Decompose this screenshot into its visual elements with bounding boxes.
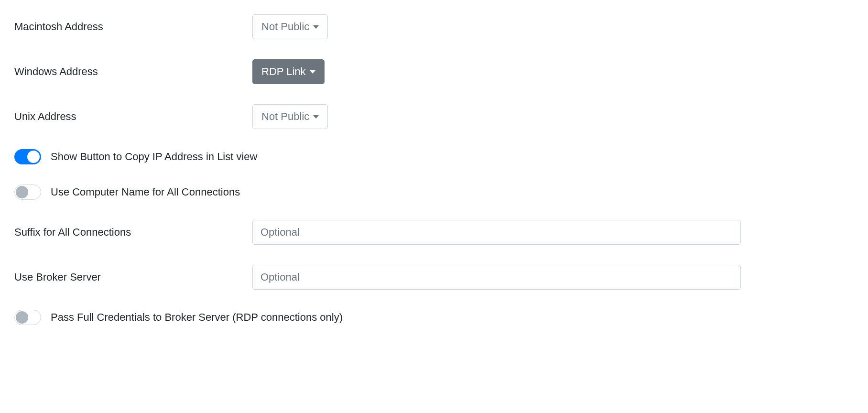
caret-down-icon	[313, 115, 319, 119]
use-computer-name-toggle[interactable]	[14, 185, 41, 200]
unix-address-value: Not Public	[261, 110, 309, 123]
suffix-row: Suffix for All Connections	[14, 220, 741, 245]
pass-full-credentials-row: Pass Full Credentials to Broker Server (…	[14, 310, 741, 325]
windows-address-value: RDP Link	[261, 65, 306, 78]
use-computer-name-label: Use Computer Name for All Connections	[51, 186, 240, 198]
pass-full-credentials-label: Pass Full Credentials to Broker Server (…	[51, 311, 343, 324]
suffix-label: Suffix for All Connections	[14, 226, 252, 239]
toggle-knob	[16, 311, 28, 324]
windows-address-row: Windows Address RDP Link	[14, 59, 741, 84]
show-copy-ip-row: Show Button to Copy IP Address in List v…	[14, 149, 741, 164]
macintosh-address-value: Not Public	[261, 21, 309, 33]
macintosh-address-label: Macintosh Address	[14, 21, 252, 33]
show-copy-ip-toggle[interactable]	[14, 149, 41, 164]
broker-input[interactable]	[252, 265, 741, 290]
suffix-input[interactable]	[252, 220, 741, 245]
unix-address-row: Unix Address Not Public	[14, 104, 741, 129]
windows-address-label: Windows Address	[14, 65, 252, 78]
show-copy-ip-label: Show Button to Copy IP Address in List v…	[51, 151, 258, 163]
unix-address-label: Unix Address	[14, 110, 252, 123]
windows-address-dropdown[interactable]: RDP Link	[252, 59, 325, 84]
unix-address-dropdown[interactable]: Not Public	[252, 104, 328, 129]
caret-down-icon	[313, 25, 319, 29]
broker-label: Use Broker Server	[14, 271, 252, 283]
settings-form: Macintosh Address Not Public Windows Add…	[14, 14, 741, 325]
use-computer-name-row: Use Computer Name for All Connections	[14, 185, 741, 200]
caret-down-icon	[310, 70, 315, 74]
toggle-knob	[16, 186, 28, 198]
broker-row: Use Broker Server	[14, 265, 741, 290]
toggle-knob	[27, 151, 40, 163]
macintosh-address-row: Macintosh Address Not Public	[14, 14, 741, 39]
pass-full-credentials-toggle[interactable]	[14, 310, 41, 325]
macintosh-address-dropdown[interactable]: Not Public	[252, 14, 328, 39]
